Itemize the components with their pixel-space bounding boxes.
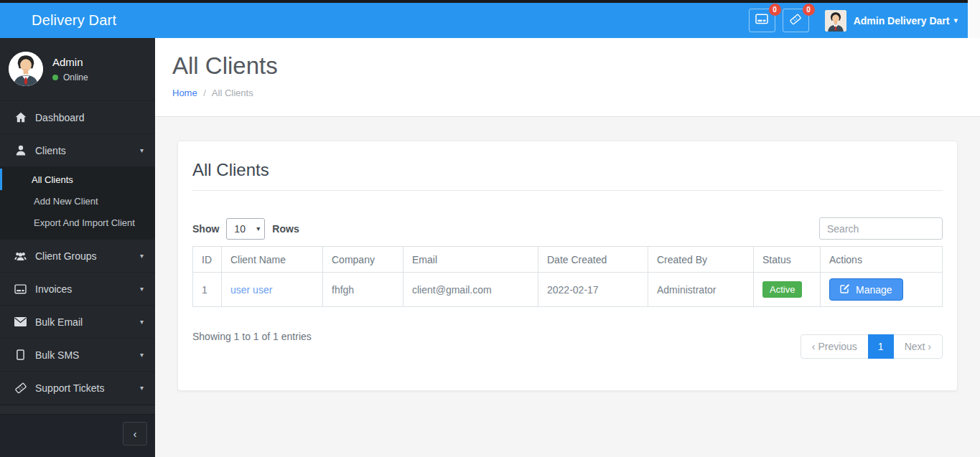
chevron-down-icon: ▾ bbox=[953, 16, 958, 25]
sidebar-item-label: Support Tickets bbox=[35, 382, 105, 394]
edit-icon bbox=[840, 283, 850, 296]
sidebar-footer: ‹ bbox=[0, 415, 155, 457]
cell-email: client@gmail.com bbox=[403, 273, 538, 307]
mobile-icon bbox=[14, 349, 27, 360]
sidebar-item-dashboard[interactable]: Dashboard bbox=[0, 100, 155, 133]
sidebar-item-client-groups[interactable]: Client Groups ▾ bbox=[0, 239, 155, 272]
user-menu-label: Admin Delivery Dart bbox=[854, 15, 950, 27]
cell-actions: Manage bbox=[821, 273, 943, 307]
user-menu[interactable]: Admin Delivery Dart ▾ bbox=[825, 10, 958, 32]
header-actions: Actions bbox=[821, 247, 943, 273]
sidebar-item-bulk-email[interactable]: Bulk Email ▾ bbox=[0, 305, 155, 338]
pagination: ‹ Previous 1 Next › bbox=[801, 334, 943, 359]
header-id: ID bbox=[193, 247, 222, 273]
scrollbar-gutter bbox=[968, 0, 980, 38]
content-header: All Clients Home / All Clients bbox=[155, 38, 980, 117]
breadcrumb-separator: / bbox=[203, 88, 206, 98]
sidebar-item-label: Invoices bbox=[35, 283, 72, 295]
rows-per-page-select[interactable]: 10 bbox=[227, 219, 264, 239]
online-status-dot bbox=[52, 75, 58, 80]
cell-status: Active bbox=[754, 273, 821, 307]
sidebar-item-label: Client Groups bbox=[35, 250, 97, 262]
sidebar-item-bulk-sms[interactable]: Bulk SMS ▾ bbox=[0, 338, 155, 371]
chevron-down-icon: ▾ bbox=[140, 384, 144, 392]
sidebar-item-invoices[interactable]: Invoices ▾ bbox=[0, 272, 155, 305]
rows-select-wrap: 10 ▾ bbox=[226, 218, 265, 240]
chevron-down-icon: ▾ bbox=[140, 318, 144, 326]
top-navbar: Delivery Dart 0 0 Admin Delivery Dart ▾ bbox=[0, 3, 968, 38]
table-toolbar: Show 10 ▾ Rows bbox=[192, 217, 943, 240]
breadcrumb-home-link[interactable]: Home bbox=[172, 88, 197, 98]
cell-id: 1 bbox=[193, 273, 222, 307]
cell-date-created: 2022-02-17 bbox=[538, 273, 648, 307]
tickets-badge: 0 bbox=[803, 4, 815, 16]
card-title-divider bbox=[192, 190, 943, 191]
users-icon bbox=[14, 251, 27, 261]
chevron-down-icon: ▾ bbox=[140, 285, 144, 293]
sidebar-item-label: Clients bbox=[35, 145, 66, 156]
clients-table: ID Client Name Company Email Date Create… bbox=[192, 246, 943, 307]
chevron-left-icon: ‹ bbox=[134, 428, 137, 440]
header-email: Email bbox=[403, 247, 538, 273]
header-company: Company bbox=[323, 247, 403, 273]
user-avatar bbox=[825, 10, 846, 32]
header-client-name: Client Name bbox=[222, 247, 323, 273]
sidebar-item-clients[interactable]: Clients ▾ bbox=[0, 133, 155, 166]
page-title: All Clients bbox=[172, 52, 963, 80]
user-icon bbox=[14, 145, 27, 156]
show-label: Show bbox=[192, 223, 219, 235]
sidebar-user-panel: Admin Online bbox=[0, 38, 155, 100]
header-date-created: Date Created bbox=[538, 247, 648, 273]
search-input[interactable] bbox=[819, 217, 943, 240]
pagination-page-1-button[interactable]: 1 bbox=[868, 334, 894, 359]
status-badge: Active bbox=[762, 281, 802, 298]
pagination-next-button[interactable]: Next › bbox=[893, 334, 943, 359]
navbar-right: 0 0 Admin Delivery Dart ▾ bbox=[742, 9, 968, 32]
sidebar-item-add-new-client[interactable]: Add New Client bbox=[0, 190, 155, 212]
header-status: Status bbox=[754, 247, 821, 273]
sidebar-item-all-clients[interactable]: All Clients bbox=[0, 169, 155, 190]
all-clients-card: All Clients Show 10 ▾ Rows ID Client Na bbox=[177, 141, 958, 391]
sidebar-user-name: Admin bbox=[52, 56, 88, 68]
online-status-label: Online bbox=[63, 72, 88, 83]
content-body: All Clients Show 10 ▾ Rows ID Client Na bbox=[155, 117, 980, 415]
cell-client-name: user user bbox=[222, 273, 323, 307]
main-content: All Clients Home / All Clients All Clien… bbox=[155, 38, 980, 457]
cell-company: fhfgh bbox=[323, 273, 403, 307]
envelope-icon bbox=[14, 317, 27, 326]
sidebar-submenu-clients: All Clients Add New Client Export And Im… bbox=[0, 166, 155, 239]
breadcrumb: Home / All Clients bbox=[172, 88, 963, 98]
sidebar-menu: Dashboard Clients ▾ All Clients Add New … bbox=[0, 100, 155, 404]
manage-button-label: Manage bbox=[856, 284, 892, 296]
tickets-nav-button[interactable]: 0 bbox=[783, 9, 809, 32]
sidebar-avatar bbox=[9, 52, 43, 86]
home-icon bbox=[14, 112, 27, 123]
credit-card-icon bbox=[755, 14, 768, 27]
chevron-down-icon: ▾ bbox=[140, 351, 144, 359]
cell-created-by: Administrator bbox=[648, 273, 754, 307]
sidebar-collapse-button[interactable]: ‹ bbox=[123, 422, 147, 446]
sidebar-item-export-import-client[interactable]: Export And Import Client bbox=[0, 212, 155, 233]
table-header-row: ID Client Name Company Email Date Create… bbox=[193, 247, 943, 273]
sidebar: Admin Online Dashboard Clients ▾ All Cli… bbox=[0, 38, 155, 457]
brand-title[interactable]: Delivery Dart bbox=[32, 12, 116, 29]
manage-button[interactable]: Manage bbox=[829, 278, 903, 301]
invoices-nav-button[interactable]: 0 bbox=[749, 9, 775, 32]
chevron-down-icon: ▾ bbox=[140, 252, 144, 260]
ticket-icon bbox=[789, 14, 802, 28]
sidebar-item-support-tickets[interactable]: Support Tickets ▾ bbox=[0, 371, 155, 404]
pagination-previous-button[interactable]: ‹ Previous bbox=[801, 334, 869, 359]
ticket-icon bbox=[14, 382, 27, 394]
sidebar-item-label: Bulk SMS bbox=[35, 349, 79, 361]
client-name-link[interactable]: user user bbox=[230, 284, 272, 296]
header-created-by: Created By bbox=[648, 247, 754, 273]
sidebar-user-status: Online bbox=[52, 72, 88, 83]
table-footer: Showing 1 to 1 of 1 entries ‹ Previous 1… bbox=[192, 324, 943, 359]
breadcrumb-current: All Clients bbox=[212, 88, 253, 98]
entries-summary: Showing 1 to 1 of 1 entries bbox=[192, 324, 312, 342]
credit-card-icon bbox=[14, 284, 27, 294]
table-row: 1 user user fhfgh client@gmail.com 2022-… bbox=[193, 273, 943, 307]
sidebar-divider bbox=[0, 405, 155, 415]
sidebar-item-label: Bulk Email bbox=[35, 316, 83, 328]
sidebar-user-info: Admin Online bbox=[52, 56, 88, 83]
